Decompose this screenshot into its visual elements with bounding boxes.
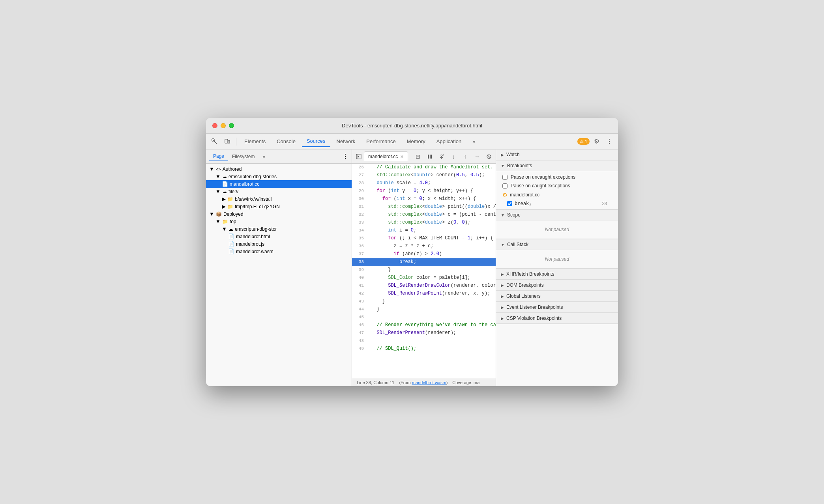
code-line-40: 40 SDL_Color color = palette[i]; xyxy=(352,274,496,282)
deactivate-btn[interactable] xyxy=(484,151,494,162)
tab-performance[interactable]: Performance xyxy=(361,136,400,147)
call-stack-not-paused: Not paused xyxy=(496,252,618,267)
csp-header[interactable]: ▶ CSP Violation Breakpoints xyxy=(496,313,618,324)
panel-tabs: Page Filesystem » ⋮ xyxy=(206,149,352,164)
cursor-position: Line 38, Column 11 xyxy=(357,380,394,385)
step-out-btn[interactable]: ↑ xyxy=(460,151,470,162)
svg-rect-3 xyxy=(228,140,230,143)
tree-tmptmp[interactable]: ▶ 📁 tmp/tmp.ELcTq2YGN xyxy=(206,203,352,210)
svg-rect-6 xyxy=(428,155,429,159)
tree-mandelbrot-js[interactable]: 📄 mandelbrot.js xyxy=(206,240,352,248)
traffic-lights xyxy=(212,123,234,128)
tree-mandelbrot-html[interactable]: 📄 mandelbrot.html xyxy=(206,233,352,240)
code-line-29: 29 for (int y = 0; y < height; y++) { xyxy=(352,187,496,195)
tree-top[interactable]: ▼ 📁 top xyxy=(206,218,352,225)
code-line-36: 36 z = z * z + c; xyxy=(352,243,496,250)
folder-icon-3: 📁 xyxy=(222,219,228,224)
tab-filesystem[interactable]: Filesystem xyxy=(228,152,258,161)
global-listeners-title: Global Listeners xyxy=(506,293,541,299)
step-over-btn[interactable] xyxy=(436,151,447,162)
code-line-31: 31 std::complex<double> point((double)x … xyxy=(352,203,496,211)
tab-network[interactable]: Network xyxy=(332,136,360,147)
xhr-header[interactable]: ▶ XHR/fetch Breakpoints xyxy=(496,269,618,280)
tab-memory[interactable]: Memory xyxy=(402,136,430,147)
tree-file[interactable]: ▼ ☁ file:// xyxy=(206,188,352,195)
code-line-38: 38 break; xyxy=(352,258,496,266)
pause-caught-label: Pause on caught exceptions xyxy=(511,183,570,189)
call-stack-header[interactable]: ▼ Call Stack xyxy=(496,239,618,250)
expand-icon-4: ▶ xyxy=(222,196,226,202)
tab-page[interactable]: Page xyxy=(209,152,228,161)
tab-console[interactable]: Console xyxy=(272,136,300,147)
code-line-41: 41 SDL_SetRenderDrawColor(renderer, colo… xyxy=(352,282,496,290)
close-tab-icon[interactable]: × xyxy=(400,153,403,160)
more-tabs-btn[interactable]: » xyxy=(468,136,480,147)
pause-caught-checkbox[interactable] xyxy=(502,183,508,189)
code-line-30: 30 for (int x = 0; x < width; x++) { xyxy=(352,195,496,203)
watch-header[interactable]: ▶ Watch xyxy=(496,149,618,160)
code-line-44: 44 } xyxy=(352,306,496,314)
left-panel: Page Filesystem » ⋮ ▼ <> Authored ▼ ☁ em… xyxy=(206,149,352,386)
breakpoints-section: ▼ Breakpoints Pause on uncaught exceptio… xyxy=(496,161,618,210)
tab-more[interactable]: » xyxy=(258,152,269,161)
device-icon[interactable] xyxy=(222,136,233,147)
breakpoints-header[interactable]: ▼ Breakpoints xyxy=(496,161,618,171)
warning-badge[interactable]: ⚠ 1 xyxy=(577,138,590,145)
tab-application[interactable]: Application xyxy=(432,136,466,147)
xhr-title: XHR/fetch Breakpoints xyxy=(506,271,554,277)
scope-header[interactable]: ▼ Scope xyxy=(496,210,618,220)
bp-break-checkbox[interactable] xyxy=(507,201,512,206)
call-stack-section: ▼ Call Stack Not paused xyxy=(496,239,618,269)
code-line-39: 39 } xyxy=(352,266,496,274)
tree-mandelbrot-cc[interactable]: 📄 mandelbrot.cc xyxy=(206,180,352,188)
expand-icon-2: ▼ xyxy=(215,174,221,179)
collapse-right-icon[interactable]: ⊟ xyxy=(413,151,423,162)
scope-arrow-icon: ▼ xyxy=(501,213,505,217)
collapse-left-icon[interactable] xyxy=(354,151,364,162)
pause-uncaught-checkbox[interactable] xyxy=(502,175,508,180)
dom-header[interactable]: ▶ DOM Breakpoints xyxy=(496,280,618,291)
global-listeners-header[interactable]: ▶ Global Listeners xyxy=(496,291,618,302)
more-options-icon[interactable]: ⋮ xyxy=(604,136,615,147)
pause-uncaught-label: Pause on uncaught exceptions xyxy=(511,174,575,180)
event-listeners-header[interactable]: ▶ Event Listener Breakpoints xyxy=(496,302,618,313)
tree-emscripten-stor2[interactable]: ▼ ☁ emscripten-dbg-stor xyxy=(206,225,352,233)
code-line-28: 28 double scale = 4.0; xyxy=(352,179,496,187)
tab-elements[interactable]: Elements xyxy=(240,136,270,147)
expand-icon: ▼ xyxy=(209,166,214,172)
editor-tab-mandelbrot[interactable]: mandelbrot.cc × xyxy=(364,151,408,161)
status-bar: Line 38, Column 11 (From mandelbrot.wasm… xyxy=(352,379,496,386)
tab-sources[interactable]: Sources xyxy=(302,136,330,147)
inspect-icon[interactable] xyxy=(209,136,220,147)
tree-bswirxwinstall[interactable]: ▶ 📁 b/s/w/ir/x/w/install xyxy=(206,195,352,203)
bp-filename: mandelbrot.cc xyxy=(510,192,539,198)
svg-line-1 xyxy=(213,140,217,144)
minimize-button[interactable] xyxy=(221,123,226,128)
call-stack-title: Call Stack xyxy=(507,242,528,247)
tree-mandelbrot-wasm[interactable]: 📄 mandelbrot.wasm xyxy=(206,248,352,255)
bp-file-icon: ⚙ xyxy=(502,192,508,198)
editor-controls: ⊟ xyxy=(413,151,494,162)
file-tree: ▼ <> Authored ▼ ☁ emscripten-dbg-stories… xyxy=(206,164,352,386)
close-button[interactable] xyxy=(212,123,217,128)
code-editor[interactable]: 26 // Calculate and draw the Mandelbrot … xyxy=(352,164,496,379)
cloud-icon-2: ☁ xyxy=(222,189,227,194)
tree-emscripten-stories[interactable]: ▼ ☁ emscripten-dbg-stories xyxy=(206,173,352,180)
source-link[interactable]: mandelbrot.wasm xyxy=(412,380,446,385)
svg-rect-7 xyxy=(431,155,432,159)
tree-deployed[interactable]: ▼ 📦 Deployed xyxy=(206,210,352,218)
step-into-btn[interactable]: ↓ xyxy=(448,151,459,162)
pause-btn[interactable] xyxy=(425,151,435,162)
code-line-49: 49 // SDL_Quit(); xyxy=(352,345,496,353)
tree-authored[interactable]: ▼ <> Authored xyxy=(206,165,352,173)
coverage-info: Coverage: n/a xyxy=(452,380,479,385)
maximize-button[interactable] xyxy=(229,123,234,128)
xhr-arrow-icon: ▶ xyxy=(501,272,504,276)
tree-options[interactable]: ⋮ xyxy=(342,153,348,160)
settings-icon[interactable]: ⚙ xyxy=(591,136,602,147)
event-listeners-arrow-icon: ▶ xyxy=(501,305,504,310)
bp-break-code: break; xyxy=(515,201,600,206)
continue-btn[interactable]: → xyxy=(472,151,482,162)
cloud-icon: ☁ xyxy=(222,174,227,179)
expand-icon-5: ▶ xyxy=(222,203,226,209)
